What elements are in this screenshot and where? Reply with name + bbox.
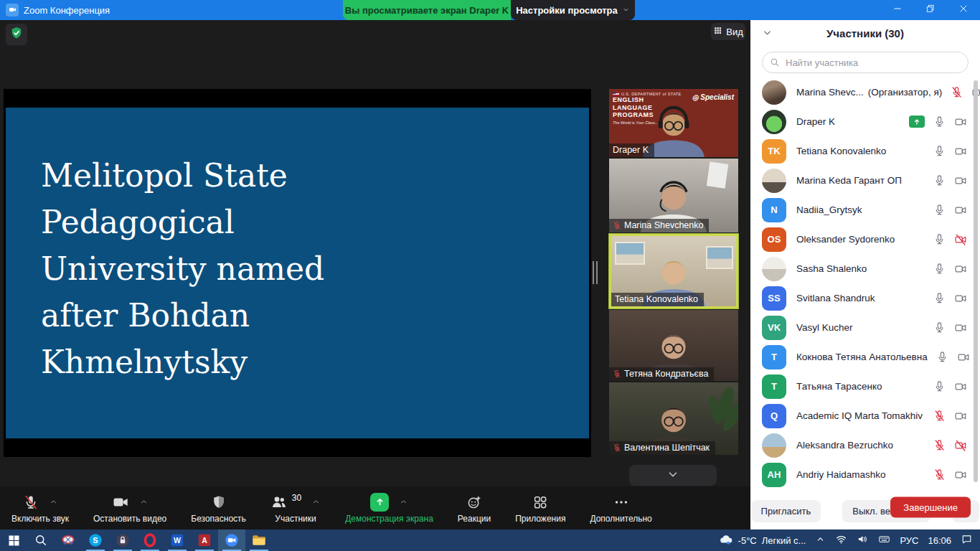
camera-icon (954, 116, 967, 128)
notification-center-icon[interactable] (961, 533, 973, 547)
slide-title-text: Melitopol StatePedagogicalUniversity nam… (41, 152, 324, 385)
participant-name: Marina Shevc... (796, 87, 864, 98)
us-flag-icon (613, 92, 619, 96)
clock[interactable]: 16:06 (928, 535, 951, 546)
taskbar-search-button[interactable] (27, 529, 55, 551)
specialist-badge: ◎ Specialist (692, 93, 734, 101)
taskbar-skype[interactable]: S (82, 529, 109, 551)
video-tile-draper[interactable]: U.S. DEPARTMENT of STATE ENGLISHLANGUAGE… (609, 89, 738, 157)
invite-button[interactable]: Пригласить (751, 500, 821, 522)
tray-expand-chevron-icon[interactable] (815, 534, 826, 547)
reactions-icon (466, 494, 482, 510)
participant-name: Academic IQ Marta Tomakhiv (796, 410, 923, 421)
shield-check-icon (9, 26, 24, 43)
chevron-up-icon[interactable] (49, 497, 58, 507)
collapse-videos-button[interactable] (629, 465, 717, 486)
weather-widget[interactable]: -5°C Легкий с... (719, 532, 806, 549)
participants-button[interactable]: 30Участники (270, 493, 321, 524)
video-tile-kondratieva[interactable]: Тетяна Кондратьєва (609, 310, 738, 381)
participant-row[interactable]: Draper K (750, 107, 980, 136)
language-indicator[interactable]: РУС (900, 535, 918, 546)
end-meeting-button[interactable]: Завершение (890, 497, 971, 518)
participants-header: Участники (30) (750, 20, 980, 46)
mic-icon (933, 174, 946, 187)
participant-row[interactable]: TKTetiana Konovalenko (750, 136, 980, 166)
toolbar-label: Реакции (458, 514, 491, 524)
avatar: SS (762, 286, 786, 311)
participant-row[interactable]: AHAndriy Haidamashko (750, 460, 980, 489)
participant-row[interactable]: OSOleksander Sydorenko (750, 225, 980, 254)
chevron-up-icon[interactable] (311, 497, 321, 507)
taskbar-password-lock[interactable] (109, 529, 136, 551)
participant-role: (Организатор, я) (868, 87, 942, 98)
mic-icon (933, 145, 946, 157)
svg-text:A: A (202, 536, 207, 545)
participant-row[interactable]: TКокнова Тетяна Анатольевна (750, 342, 980, 372)
participant-row[interactable]: SSSvitlana Shandruk (750, 283, 980, 313)
view-button[interactable]: Вид (711, 23, 745, 40)
volume-icon[interactable] (857, 533, 869, 547)
zoom-meeting-window: Zoom Конференция Вы просматриваете экран… (0, 0, 980, 551)
close-button[interactable] (947, 0, 980, 20)
video-tile-marina[interactable]: Marina Shevchenko (609, 159, 738, 232)
taskbar-snipping-tool[interactable] (55, 529, 82, 551)
acrobat-icon: A (197, 532, 212, 548)
wifi-icon[interactable] (835, 533, 847, 547)
chevron-up-icon[interactable] (399, 497, 408, 507)
taskbar-acrobat[interactable]: A (191, 529, 218, 551)
avatar: VK (762, 316, 786, 340)
participant-row[interactable]: TТатьяна Тарасенко (750, 372, 980, 401)
view-settings-dropdown[interactable]: Настройки просмотра (511, 0, 635, 20)
camera-off-icon (954, 233, 967, 246)
toolbar-label: Участники (275, 514, 316, 524)
video-name-label: Тетяна Кондратьєва (609, 367, 714, 381)
participant-row[interactable]: Sasha Shalenko (750, 254, 980, 283)
participant-name: Draper K (796, 116, 835, 127)
participant-name: Andriy Haidamashko (796, 469, 886, 480)
minimize-button[interactable] (881, 0, 914, 20)
touch-keyboard-icon[interactable] (878, 533, 890, 547)
video-tile-valentyna[interactable]: Валентина Шепітчак (609, 382, 738, 455)
security-button[interactable]: Безопасность (191, 493, 246, 524)
meeting-toolbar: Включить звукОстановить видеоБезопасност… (0, 486, 750, 529)
participant-row[interactable]: Marina Shevc...(Организатор, я) (750, 77, 980, 107)
participant-row[interactable]: NNadiia_Grytsyk (750, 195, 980, 225)
taskbar-opera[interactable] (136, 529, 164, 551)
more-button[interactable]: Дополнительно (590, 493, 651, 524)
avatar (762, 110, 786, 134)
reactions-button[interactable]: Реакции (458, 493, 491, 524)
avatar: AH (762, 463, 786, 487)
apps-button[interactable]: Приложения (515, 493, 565, 524)
participants-scrollbar[interactable] (974, 80, 978, 482)
toolbar-label: Остановить видео (93, 514, 166, 524)
taskbar-word[interactable]: W (164, 529, 191, 551)
mic-muted-icon (613, 369, 621, 378)
stop-video-button[interactable]: Остановить видео (93, 493, 166, 524)
mic-icon (933, 321, 946, 334)
participant-row[interactable]: Marina Keda Гарант ОП (750, 166, 980, 195)
participant-row[interactable]: VKVasyl Kucher (750, 313, 980, 342)
search-input[interactable] (762, 52, 969, 73)
participant-row[interactable]: QAcademic IQ Marta Tomakhiv (750, 401, 980, 430)
restore-button[interactable] (914, 0, 947, 20)
toolbar-label: Безопасность (191, 514, 246, 524)
taskbar-file-explorer[interactable] (245, 529, 273, 551)
chevron-up-icon[interactable] (139, 497, 149, 507)
panel-collapse-chevron-icon[interactable] (762, 27, 773, 40)
mic-icon (933, 263, 946, 275)
camera-icon (954, 321, 967, 334)
participant-row[interactable]: Aleksandra Bezruchko (750, 430, 980, 460)
unmute-button[interactable]: Включить звук (11, 493, 69, 524)
taskbar-zoom[interactable] (218, 529, 245, 551)
svg-text:S: S (93, 536, 98, 545)
window-title: Zoom Конференция (24, 0, 110, 20)
share-screen-button[interactable]: Демонстрация экрана (345, 493, 433, 524)
skype-icon: S (88, 532, 103, 548)
video-panel-resize-handle[interactable] (593, 261, 598, 284)
avatar (762, 433, 786, 458)
participants-icon (270, 494, 288, 511)
video-tile-tetiana[interactable]: Tetiana Konovalenko (609, 234, 738, 309)
participant-name: Vasyl Kucher (796, 322, 853, 333)
taskbar-start-button[interactable] (0, 529, 27, 551)
security-shield-button[interactable] (6, 24, 27, 45)
